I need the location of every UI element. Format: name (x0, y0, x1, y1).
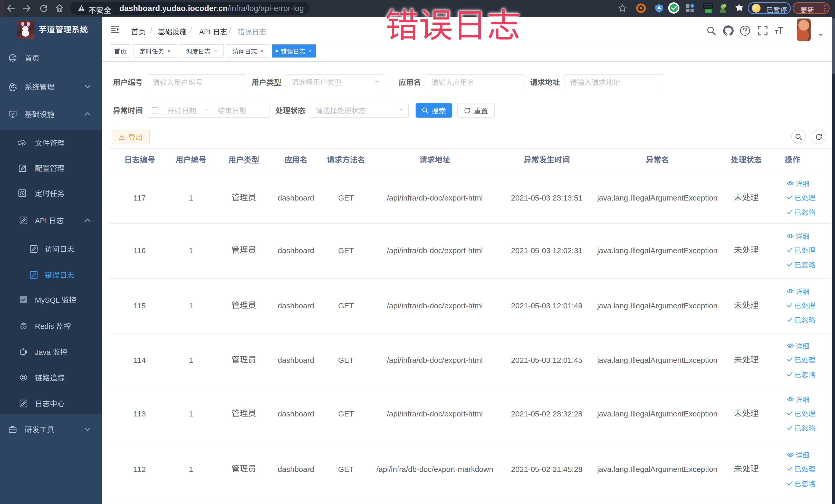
svg-text:on: on (707, 9, 711, 13)
